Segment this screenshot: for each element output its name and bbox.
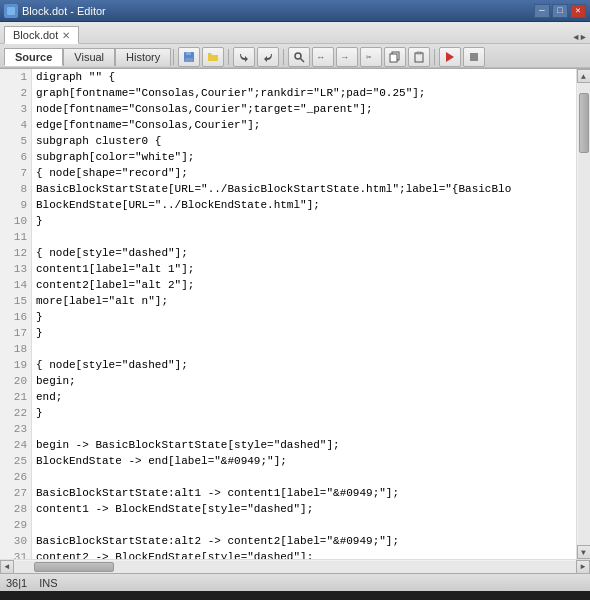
- scroll-up-arrow[interactable]: ▲: [577, 69, 591, 83]
- code-line-14: content2[label="alt 2"];: [36, 277, 572, 293]
- line-number-19: 19: [0, 357, 27, 373]
- svg-rect-3: [185, 58, 193, 62]
- scrollbar-horizontal[interactable]: ◄ ►: [0, 559, 590, 573]
- title-bar-text: Block.dot - Editor: [22, 5, 106, 17]
- toolbar-btn-open[interactable]: [202, 47, 224, 67]
- status-line: 36 | 1: [6, 577, 27, 589]
- line-number-4: 4: [0, 117, 27, 133]
- tab-history[interactable]: History: [115, 48, 171, 66]
- tab-close-icon[interactable]: ✕: [62, 30, 70, 41]
- title-bar-controls: ─ □ ✕: [534, 4, 586, 18]
- code-line-29: [36, 517, 572, 533]
- line-number-9: 9: [0, 197, 27, 213]
- tab-visual[interactable]: Visual: [63, 48, 115, 66]
- toolbar-btn-goto[interactable]: →: [336, 47, 358, 67]
- line-number-31: 31: [0, 549, 27, 559]
- toolbar-btn-run[interactable]: [439, 47, 461, 67]
- code-line-16: }: [36, 309, 572, 325]
- svg-text:→: →: [342, 53, 348, 63]
- scrollbar-track[interactable]: [578, 83, 590, 545]
- code-line-22: }: [36, 405, 572, 421]
- code-line-5: subgraph cluster0 {: [36, 133, 572, 149]
- code-line-25: BlockEndState -> end[label="&#0949;"];: [36, 453, 572, 469]
- line-number-14: 14: [0, 277, 27, 293]
- scrollbar-vertical[interactable]: ▲ ▼: [576, 69, 590, 559]
- scroll-right-arrow[interactable]: ►: [576, 560, 590, 574]
- code-content[interactable]: digraph "" { graph[fontname="Consolas,Co…: [32, 69, 576, 559]
- line-number-27: 27: [0, 485, 27, 501]
- scrollbar-thumb[interactable]: [579, 93, 589, 153]
- app-icon: [4, 4, 18, 18]
- line-numbers: 1234567891011121314151617181920212223242…: [0, 69, 32, 559]
- svg-text:↔: ↔: [318, 53, 324, 63]
- code-line-8: BasicBlockStartState[URL="../BasicBlockS…: [36, 181, 572, 197]
- line-number-5: 5: [0, 133, 27, 149]
- line-number-26: 26: [0, 469, 27, 485]
- toolbar-btn-search[interactable]: [288, 47, 310, 67]
- tab-visual-label: Visual: [74, 51, 104, 63]
- close-button[interactable]: ✕: [570, 4, 586, 18]
- toolbar-btn-undo[interactable]: [233, 47, 255, 67]
- svg-line-5: [301, 58, 305, 62]
- title-bar: Block.dot - Editor ─ □ ✕: [0, 0, 590, 22]
- tab-source[interactable]: Source: [4, 48, 63, 66]
- status-bar: 36 | 1 INS: [0, 573, 590, 591]
- line-number-6: 6: [0, 149, 27, 165]
- code-line-18: [36, 341, 572, 357]
- code-line-27: BasicBlockStartState:alt1 -> content1[la…: [36, 485, 572, 501]
- toolbar-btn-redo[interactable]: [257, 47, 279, 67]
- scroll-down-arrow[interactable]: ▼: [577, 545, 591, 559]
- code-line-13: content1[label="alt 1"];: [36, 261, 572, 277]
- line-number-12: 12: [0, 245, 27, 261]
- tab-source-label: Source: [15, 51, 52, 63]
- editor-area: 1234567891011121314151617181920212223242…: [0, 69, 590, 559]
- toolbar-btn-replace[interactable]: ↔: [312, 47, 334, 67]
- code-line-19: { node[style="dashed"];: [36, 357, 572, 373]
- status-mode: INS: [39, 577, 57, 589]
- toolbar-btn-paste[interactable]: [408, 47, 430, 67]
- code-line-30: BasicBlockStartState:alt2 -> content2[la…: [36, 533, 572, 549]
- line-number-17: 17: [0, 325, 27, 341]
- minimize-button[interactable]: ─: [534, 4, 550, 18]
- line-number-8: 8: [0, 181, 27, 197]
- toolbar-sep-2: [228, 49, 229, 65]
- code-line-2: graph[fontname="Consolas,Courier";rankdi…: [36, 85, 572, 101]
- toolbar-btn-stop[interactable]: [463, 47, 485, 67]
- line-number-20: 20: [0, 373, 27, 389]
- line-number-18: 18: [0, 341, 27, 357]
- scroll-left-arrow[interactable]: ◄: [0, 560, 14, 574]
- code-line-12: { node[style="dashed"];: [36, 245, 572, 261]
- code-line-31: content2 -> BlockEndState[style="dashed"…: [36, 549, 572, 559]
- svg-rect-0: [7, 7, 15, 15]
- scrollbar-h-track[interactable]: [14, 561, 576, 573]
- toolbar-btn-save[interactable]: [178, 47, 200, 67]
- code-line-6: subgraph[color="white"];: [36, 149, 572, 165]
- title-bar-left: Block.dot - Editor: [4, 4, 106, 18]
- code-line-28: content1 -> BlockEndState[style="dashed"…: [36, 501, 572, 517]
- toolbar-btn-copy[interactable]: [384, 47, 406, 67]
- line-number-25: 25: [0, 453, 27, 469]
- scrollbar-h-thumb[interactable]: [34, 562, 114, 572]
- line-number-28: 28: [0, 501, 27, 517]
- line-number-22: 22: [0, 405, 27, 421]
- line-number-3: 3: [0, 101, 27, 117]
- tab-history-label: History: [126, 51, 160, 63]
- toolbar-area: Block.dot ✕ ◄ ► Source Visual History: [0, 22, 590, 69]
- code-line-23: [36, 421, 572, 437]
- line-number-13: 13: [0, 261, 27, 277]
- toolbar-sep-3: [283, 49, 284, 65]
- tab-scroll-left[interactable]: ◄: [573, 33, 578, 43]
- line-number-11: 11: [0, 229, 27, 245]
- code-line-3: node[fontname="Consolas,Courier";target=…: [36, 101, 572, 117]
- code-line-26: [36, 469, 572, 485]
- tab-scroll-right[interactable]: ►: [581, 33, 586, 43]
- tab-block-dot[interactable]: Block.dot ✕: [4, 26, 79, 44]
- code-line-17: }: [36, 325, 572, 341]
- svg-text:✂: ✂: [366, 53, 372, 63]
- code-line-11: [36, 229, 572, 245]
- svg-rect-12: [417, 52, 421, 54]
- line-number-7: 7: [0, 165, 27, 181]
- toolbar-btn-cut[interactable]: ✂: [360, 47, 382, 67]
- maximize-button[interactable]: □: [552, 4, 568, 18]
- line-number-1: 1: [0, 69, 27, 85]
